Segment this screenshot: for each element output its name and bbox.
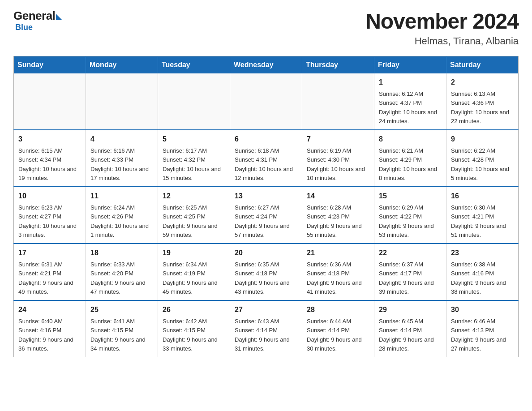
calendar-cell: 29Sunrise: 6:45 AMSunset: 4:14 PMDayligh… [374,300,446,357]
day-info: Sunrise: 6:19 AMSunset: 4:30 PMDaylight:… [307,147,365,181]
day-number: 22 [379,248,442,258]
calendar-cell: 19Sunrise: 6:34 AMSunset: 4:19 PMDayligh… [158,244,230,300]
calendar-cell: 16Sunrise: 6:30 AMSunset: 4:21 PMDayligh… [446,187,519,244]
header-friday: Friday [374,56,446,74]
calendar-cell: 8Sunrise: 6:21 AMSunset: 4:29 PMDaylight… [374,130,446,187]
day-number: 20 [235,248,297,258]
calendar-cell: 4Sunrise: 6:16 AMSunset: 4:33 PMDaylight… [86,130,158,187]
day-number: 14 [307,191,369,201]
logo-arrow-icon [56,14,62,20]
day-number: 29 [379,304,442,315]
calendar-body: 1Sunrise: 6:12 AMSunset: 4:37 PMDaylight… [14,73,519,357]
calendar-cell [230,73,302,130]
day-info: Sunrise: 6:43 AMSunset: 4:14 PMDaylight:… [235,318,290,352]
header-tuesday: Tuesday [158,56,230,74]
calendar-cell: 9Sunrise: 6:22 AMSunset: 4:28 PMDaylight… [446,130,519,187]
calendar-cell: 27Sunrise: 6:43 AMSunset: 4:14 PMDayligh… [230,300,302,357]
day-number: 9 [451,134,514,145]
calendar-cell: 30Sunrise: 6:46 AMSunset: 4:13 PMDayligh… [446,300,519,357]
day-info: Sunrise: 6:46 AMSunset: 4:13 PMDaylight:… [451,318,506,352]
day-number: 21 [307,248,369,258]
day-info: Sunrise: 6:38 AMSunset: 4:16 PMDaylight:… [451,261,506,295]
day-number: 23 [451,248,514,258]
day-info: Sunrise: 6:40 AMSunset: 4:16 PMDaylight:… [18,318,73,352]
main-title: November 2024 [365,9,519,34]
calendar-cell: 10Sunrise: 6:23 AMSunset: 4:27 PMDayligh… [14,187,86,244]
day-info: Sunrise: 6:25 AMSunset: 4:25 PMDaylight:… [163,204,218,238]
calendar-cell: 2Sunrise: 6:13 AMSunset: 4:36 PMDaylight… [446,73,519,130]
calendar-header: Sunday Monday Tuesday Wednesday Thursday… [14,56,519,74]
day-info: Sunrise: 6:24 AMSunset: 4:26 PMDaylight:… [90,204,149,238]
calendar-cell: 5Sunrise: 6:17 AMSunset: 4:32 PMDaylight… [158,130,230,187]
week-row-1: 1Sunrise: 6:12 AMSunset: 4:37 PMDaylight… [14,73,519,130]
day-number: 16 [451,191,514,201]
day-number: 3 [18,134,81,145]
day-number: 17 [18,248,81,258]
calendar-cell: 26Sunrise: 6:42 AMSunset: 4:15 PMDayligh… [158,300,230,357]
calendar-cell: 14Sunrise: 6:28 AMSunset: 4:23 PMDayligh… [302,187,374,244]
calendar-cell: 6Sunrise: 6:18 AMSunset: 4:31 PMDaylight… [230,130,302,187]
day-info: Sunrise: 6:35 AMSunset: 4:18 PMDaylight:… [235,261,290,295]
days-of-week-row: Sunday Monday Tuesday Wednesday Thursday… [14,56,519,74]
day-number: 2 [451,77,514,88]
calendar-cell: 17Sunrise: 6:31 AMSunset: 4:21 PMDayligh… [14,244,86,300]
calendar-cell: 21Sunrise: 6:36 AMSunset: 4:18 PMDayligh… [302,244,374,300]
calendar-cell: 23Sunrise: 6:38 AMSunset: 4:16 PMDayligh… [446,244,519,300]
header-sunday: Sunday [14,56,86,74]
day-number: 6 [235,134,297,145]
logo-blue-text: Blue [15,23,33,32]
day-info: Sunrise: 6:45 AMSunset: 4:14 PMDaylight:… [379,318,434,352]
header-wednesday: Wednesday [230,56,302,74]
week-row-2: 3Sunrise: 6:15 AMSunset: 4:34 PMDaylight… [14,130,519,187]
day-number: 8 [379,134,442,145]
week-row-5: 24Sunrise: 6:40 AMSunset: 4:16 PMDayligh… [14,300,519,357]
day-number: 13 [235,191,297,201]
day-info: Sunrise: 6:17 AMSunset: 4:32 PMDaylight:… [163,147,221,181]
day-info: Sunrise: 6:34 AMSunset: 4:19 PMDaylight:… [163,261,218,295]
day-info: Sunrise: 6:23 AMSunset: 4:27 PMDaylight:… [18,204,77,238]
day-number: 19 [163,248,225,258]
day-info: Sunrise: 6:44 AMSunset: 4:14 PMDaylight:… [307,318,362,352]
day-number: 15 [379,191,442,201]
calendar-cell: 7Sunrise: 6:19 AMSunset: 4:30 PMDaylight… [302,130,374,187]
calendar-cell: 22Sunrise: 6:37 AMSunset: 4:17 PMDayligh… [374,244,446,300]
day-number: 26 [163,304,225,315]
calendar-cell: 25Sunrise: 6:41 AMSunset: 4:15 PMDayligh… [86,300,158,357]
calendar-cell: 15Sunrise: 6:29 AMSunset: 4:22 PMDayligh… [374,187,446,244]
day-info: Sunrise: 6:15 AMSunset: 4:34 PMDaylight:… [18,147,77,181]
calendar-table: Sunday Monday Tuesday Wednesday Thursday… [13,56,519,357]
day-info: Sunrise: 6:42 AMSunset: 4:15 PMDaylight:… [163,318,218,352]
day-number: 7 [307,134,369,145]
logo-general-text: General [13,9,55,23]
day-info: Sunrise: 6:13 AMSunset: 4:36 PMDaylight:… [451,90,509,124]
calendar-cell [86,73,158,130]
calendar-cell: 13Sunrise: 6:27 AMSunset: 4:24 PMDayligh… [230,187,302,244]
day-number: 27 [235,304,297,315]
day-info: Sunrise: 6:27 AMSunset: 4:24 PMDaylight:… [235,204,290,238]
day-info: Sunrise: 6:37 AMSunset: 4:17 PMDaylight:… [379,261,434,295]
day-number: 18 [90,248,153,258]
day-number: 4 [90,134,153,145]
calendar-cell [158,73,230,130]
day-number: 28 [307,304,369,315]
week-row-3: 10Sunrise: 6:23 AMSunset: 4:27 PMDayligh… [14,187,519,244]
day-number: 25 [90,304,153,315]
calendar-cell: 3Sunrise: 6:15 AMSunset: 4:34 PMDaylight… [14,130,86,187]
calendar-cell [302,73,374,130]
day-number: 30 [451,304,514,315]
header-thursday: Thursday [302,56,374,74]
day-number: 10 [18,191,81,201]
calendar-cell [14,73,86,130]
header-monday: Monday [86,56,158,74]
day-info: Sunrise: 6:36 AMSunset: 4:18 PMDaylight:… [307,261,362,295]
logo: General Blue [13,9,62,32]
day-info: Sunrise: 6:22 AMSunset: 4:28 PMDaylight:… [451,147,509,181]
day-info: Sunrise: 6:28 AMSunset: 4:23 PMDaylight:… [307,204,362,238]
calendar-cell: 1Sunrise: 6:12 AMSunset: 4:37 PMDaylight… [374,73,446,130]
day-info: Sunrise: 6:12 AMSunset: 4:37 PMDaylight:… [379,90,437,124]
day-info: Sunrise: 6:31 AMSunset: 4:21 PMDaylight:… [18,261,73,295]
calendar-cell: 11Sunrise: 6:24 AMSunset: 4:26 PMDayligh… [86,187,158,244]
calendar-cell: 28Sunrise: 6:44 AMSunset: 4:14 PMDayligh… [302,300,374,357]
day-info: Sunrise: 6:33 AMSunset: 4:20 PMDaylight:… [90,261,146,295]
day-number: 12 [163,191,225,201]
